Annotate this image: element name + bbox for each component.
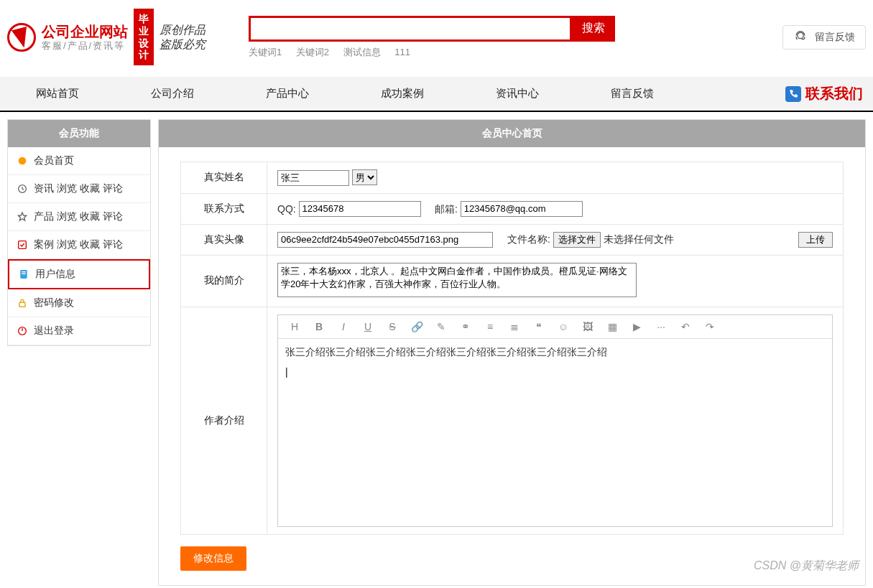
- form-table: 真实姓名 男 联系方式 QQ: 邮箱:: [180, 162, 844, 535]
- gender-select[interactable]: 男: [352, 169, 377, 185]
- tool-list-icon[interactable]: ≡: [484, 321, 496, 332]
- keyword-link[interactable]: 111: [394, 47, 410, 57]
- sidebar-item-label: 案例 浏览 收藏 评论: [34, 238, 123, 251]
- tool-strike-icon[interactable]: S: [386, 321, 399, 332]
- choose-file-button[interactable]: 选择文件: [553, 232, 601, 248]
- nav-about[interactable]: 公司介绍: [115, 77, 230, 111]
- sidebar-item-label: 用户信息: [35, 268, 75, 281]
- contact-us[interactable]: 联系我们: [785, 84, 873, 103]
- avatar-path-input[interactable]: [277, 232, 493, 248]
- power-icon: [17, 325, 28, 337]
- tool-highlight-icon[interactable]: ✎: [435, 321, 448, 332]
- sidebar-item-label: 资讯 浏览 收藏 评论: [34, 182, 123, 195]
- sidebar-item-label: 密码修改: [34, 297, 74, 309]
- sidebar: 会员功能 会员首页 资讯 浏览 收藏 评论 产品 浏览 收藏 评论 案例 浏览 …: [7, 119, 151, 346]
- headset-icon: [793, 30, 808, 45]
- keyword-link[interactable]: 测试信息: [343, 47, 381, 57]
- logo-badge: 毕业设计: [134, 9, 154, 65]
- tool-bold-icon[interactable]: B: [313, 321, 325, 332]
- header: 公司企业网站 客服/产品/资讯等 毕业设计 原创作品 盗版必究 搜索 关键词1 …: [0, 0, 873, 70]
- phone-icon: [785, 86, 801, 102]
- star-icon: [17, 211, 28, 223]
- sidebar-item-products[interactable]: 产品 浏览 收藏 评论: [8, 203, 150, 231]
- search-keywords: 关键词1 关键词2 测试信息 111: [249, 46, 615, 59]
- svg-rect-3: [19, 241, 27, 249]
- label-avatar: 真实头像: [181, 224, 267, 255]
- sidebar-item-label: 会员首页: [34, 154, 74, 167]
- email-input[interactable]: [461, 201, 583, 217]
- sidebar-item-userinfo[interactable]: 用户信息: [8, 259, 150, 289]
- label-author: 作者介绍: [181, 307, 267, 534]
- nav-home[interactable]: 网站首页: [0, 77, 115, 111]
- content-title: 会员中心首页: [159, 120, 865, 147]
- label-bio: 我的简介: [181, 255, 267, 307]
- user-icon: [18, 269, 29, 280]
- search-button[interactable]: 搜索: [572, 16, 615, 42]
- keyword-link[interactable]: 关键词2: [296, 47, 329, 57]
- qq-input[interactable]: [299, 201, 421, 217]
- editor-textarea[interactable]: |: [278, 359, 832, 524]
- content: 会员中心首页 真实姓名 男 联系方式 QQ:: [158, 119, 866, 586]
- search-block: 搜索 关键词1 关键词2 测试信息 111: [249, 16, 615, 59]
- nav-products[interactable]: 产品中心: [230, 77, 345, 111]
- submit-button[interactable]: 修改信息: [180, 546, 246, 571]
- site-title: 公司企业网站: [42, 23, 128, 40]
- tool-underline-icon[interactable]: U: [361, 321, 374, 332]
- bio-textarea[interactable]: 张三，本名杨xxx，北京人 。起点中文网白金作者，中国作协成员。橙瓜见证·网络文…: [277, 263, 637, 297]
- contact-label: 联系我们: [805, 84, 863, 103]
- svg-point-1: [19, 157, 27, 165]
- tool-redo-icon[interactable]: ↷: [703, 321, 716, 332]
- sidebar-title: 会员功能: [8, 120, 150, 147]
- check-icon: [17, 239, 28, 251]
- email-label: 邮箱:: [435, 202, 458, 214]
- realname-input[interactable]: [277, 170, 349, 186]
- tool-heading-icon[interactable]: H: [288, 321, 301, 332]
- logo-slogan: 原创作品 盗版必究: [160, 23, 205, 50]
- label-contact: 联系方式: [181, 193, 267, 224]
- sidebar-item-label: 产品 浏览 收藏 评论: [34, 210, 123, 223]
- sidebar-item-cases[interactable]: 案例 浏览 收藏 评论: [8, 231, 150, 259]
- logo-icon: [7, 23, 36, 52]
- feedback-link[interactable]: 留言反馈: [782, 25, 866, 50]
- logo-block: 公司企业网站 客服/产品/资讯等 毕业设计 原创作品 盗版必究: [7, 9, 205, 65]
- keyword-link[interactable]: 关键词1: [249, 47, 282, 57]
- tool-link-icon[interactable]: ⚭: [459, 321, 472, 332]
- tool-video-icon[interactable]: ▶: [630, 321, 643, 332]
- svg-rect-6: [22, 274, 25, 274]
- feedback-label: 留言反馈: [815, 31, 855, 44]
- tool-more-icon[interactable]: ···: [655, 321, 668, 332]
- tool-image-icon[interactable]: 🖼: [581, 321, 594, 332]
- upload-button[interactable]: 上传: [798, 232, 833, 248]
- lock-icon: [17, 297, 28, 309]
- site-subtitle: 客服/产品/资讯等: [42, 40, 128, 52]
- qq-label: QQ:: [277, 202, 296, 214]
- editor-content-text: 张三介绍张三介绍张三介绍张三介绍张三介绍张三介绍张三介绍张三介绍: [285, 346, 825, 359]
- label-realname: 真实姓名: [181, 162, 267, 194]
- sidebar-item-label: 退出登录: [34, 325, 74, 337]
- sidebar-item-password[interactable]: 密码修改: [8, 289, 150, 317]
- tool-quote-icon[interactable]: ❝: [532, 321, 545, 332]
- rich-editor: H B I U S 🔗 ✎ ⚭ ≡ ≣ ❝ ☺: [277, 314, 833, 527]
- clock-icon: [17, 183, 28, 195]
- file-name-label: 文件名称:: [507, 233, 550, 245]
- logo-text: 公司企业网站 客服/产品/资讯等: [42, 23, 128, 52]
- nav-feedback[interactable]: 留言反馈: [575, 77, 690, 111]
- navbar: 网站首页 公司介绍 产品中心 成功案例 资讯中心 留言反馈 联系我们: [0, 77, 873, 112]
- nav-cases[interactable]: 成功案例: [345, 77, 460, 111]
- tool-attach-icon[interactable]: 🔗: [410, 321, 423, 332]
- tool-align-icon[interactable]: ≣: [508, 321, 521, 332]
- tool-table-icon[interactable]: ▦: [606, 321, 619, 332]
- sidebar-item-news[interactable]: 资讯 浏览 收藏 评论: [8, 175, 150, 203]
- svg-rect-5: [22, 271, 25, 272]
- no-file-text: 未选择任何文件: [604, 233, 674, 245]
- sidebar-item-home[interactable]: 会员首页: [8, 147, 150, 175]
- editor-toolbar: H B I U S 🔗 ✎ ⚭ ≡ ≣ ❝ ☺: [278, 315, 832, 339]
- tool-undo-icon[interactable]: ↶: [679, 321, 692, 332]
- svg-rect-7: [19, 303, 25, 307]
- nav-news[interactable]: 资讯中心: [460, 77, 575, 111]
- sidebar-item-logout[interactable]: 退出登录: [8, 317, 150, 345]
- svg-point-0: [798, 32, 803, 38]
- search-input[interactable]: [249, 16, 572, 42]
- tool-emoji-icon[interactable]: ☺: [557, 321, 570, 332]
- tool-italic-icon[interactable]: I: [337, 321, 350, 332]
